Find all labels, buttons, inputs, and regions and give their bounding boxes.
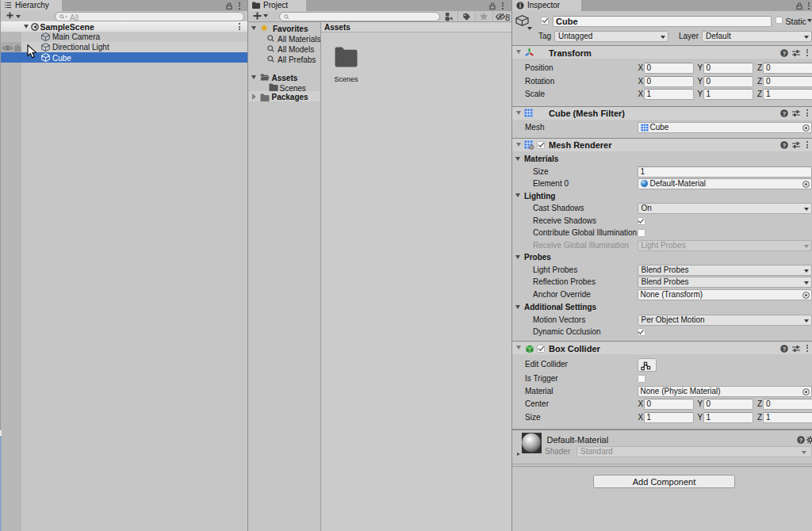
svg-text:?: ? (783, 49, 787, 56)
svg-text:?: ? (783, 110, 787, 117)
svg-text:?: ? (783, 345, 787, 352)
svg-text:?: ? (783, 142, 787, 149)
svg-text:?: ? (799, 436, 803, 443)
